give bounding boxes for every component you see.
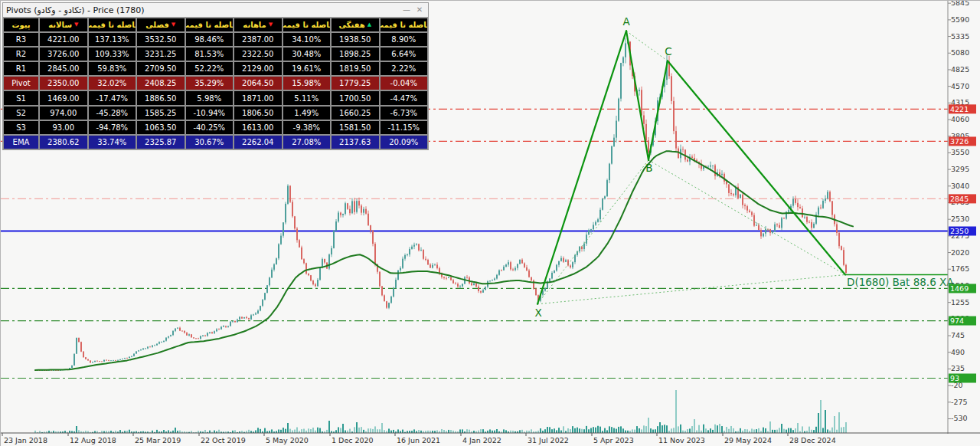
volume-bar [478,431,479,433]
volume-bar [678,426,679,433]
volume-bar [772,430,773,433]
candle-body [411,247,413,249]
candle-body [808,222,810,223]
pivot-cell: 2129.00 [234,61,283,76]
volume-bar [402,430,403,433]
candle-body [191,334,192,337]
pivot-cell: 2387.00 [234,32,283,47]
pivot-cell: 15.98% [283,76,332,90]
date-tick-label: 4 Jan 2022 [462,436,501,444]
pivot-cell: -45.28% [88,106,137,120]
volume-bar [551,429,553,433]
candle-body [71,366,73,368]
volume-bar [673,428,675,433]
volume-bar [776,430,778,433]
candle-body [175,329,176,331]
pivot-cell: 2325.87 [136,135,185,149]
volume-bar [813,430,815,433]
candle-body [413,245,415,247]
candle-body [200,336,201,339]
candle-body [354,201,355,212]
candle-body [186,333,188,336]
pivot-table: پیوت▼سالانهفاصله تا قیمت▼فصلیفاصله تا قی… [3,18,428,149]
volume-bar [489,429,491,433]
candle-body [574,255,576,262]
pivot-table-header-3[interactable]: ▼فصلی [136,18,185,32]
candle-body [430,264,431,267]
candle-body [287,185,289,203]
date-tick-label: 5 May 2020 [266,436,309,444]
candle-body [172,331,174,335]
close-icon[interactable]: ✕ [414,5,425,15]
candle-body [622,57,624,63]
volume-bar [710,428,711,433]
volume-bar [326,430,328,433]
pivot-cell: 98.46% [185,32,234,47]
date-tick-label: 31 Jul 2022 [528,436,569,444]
pivot-table-header-5[interactable]: ▼ماهانه [234,18,283,32]
pivot-cell: 33.74% [88,135,137,149]
volume-bar [774,430,776,433]
volume-bar [588,429,590,433]
pivots-indicator-panel: Pivots (تکادو - وکادو) - Price (1780) — … [2,2,429,150]
volume-bar [560,431,562,433]
candle-body [80,342,82,352]
volume-bar [505,430,507,433]
price-badge-label: 3726 [950,137,969,146]
candle-body [193,337,194,338]
volume-bar [655,429,656,433]
candle-body [340,212,341,215]
pivot-table-header-7[interactable]: ▲هفتگی [331,18,380,32]
volume-bar [340,428,341,433]
pivot-table-header-2[interactable]: فاصله تا قیمت [88,18,137,32]
volume-bar [825,410,826,433]
volume-bar [765,428,766,433]
pivot-cell: -4.47% [380,90,429,105]
candle-body [733,194,734,195]
candle-body [774,225,776,232]
pivot-cell: 1660.25 [331,106,380,120]
candle-body [379,272,381,287]
candle-body [721,174,723,175]
pivot-cell: 34.10% [283,32,332,47]
pivot-cell: 27.08% [283,135,332,149]
pivot-cell: 20.09% [380,135,429,149]
volume-bar [271,429,273,433]
candle-body [462,284,463,286]
volume-bar [703,425,704,433]
candle-body [746,206,748,211]
volume-bar [393,430,394,433]
pivot-table-header-8[interactable]: فاصله تا قیمت [380,18,429,32]
pivot-table-header-0[interactable]: پیوت [3,18,39,32]
candle-body [384,295,385,301]
volume-bar [597,426,599,433]
pivot-table-header-1[interactable]: ▼سالانه [39,18,88,32]
candle-body [753,215,755,226]
volume-bar [802,426,803,433]
candle-body [813,224,815,228]
volume-bar [204,430,206,433]
pivot-table-header-4[interactable]: فاصله تا قیمت [185,18,234,32]
candle-body [170,335,172,336]
volume-bar [356,422,358,433]
candle-body [372,231,374,244]
pivot-table-header-6[interactable]: فاصله تا قیمت [283,18,332,32]
pivot-cell: 2709.50 [136,61,185,76]
candle-body [588,230,590,234]
price-badge-label: 1469 [950,284,969,293]
pivot-cell: 2.22% [380,61,429,76]
volume-bar [783,429,785,433]
price-tick-label: -530 [951,414,968,422]
volume-bar [390,431,392,433]
candle-body [292,202,293,216]
volume-bar [574,428,576,433]
panel-titlebar[interactable]: Pivots (تکادو - وکادو) - Price (1780) — … [3,3,428,18]
volume-bar [753,429,755,433]
volume-bar [705,428,707,433]
volume-bar [625,431,626,433]
volume-bar [218,430,220,433]
volume-bar [758,428,760,433]
pivot-cell: 1.49% [283,106,332,120]
date-tick-label: 16 Jun 2021 [397,436,440,444]
minimize-icon[interactable]: — [401,5,412,15]
